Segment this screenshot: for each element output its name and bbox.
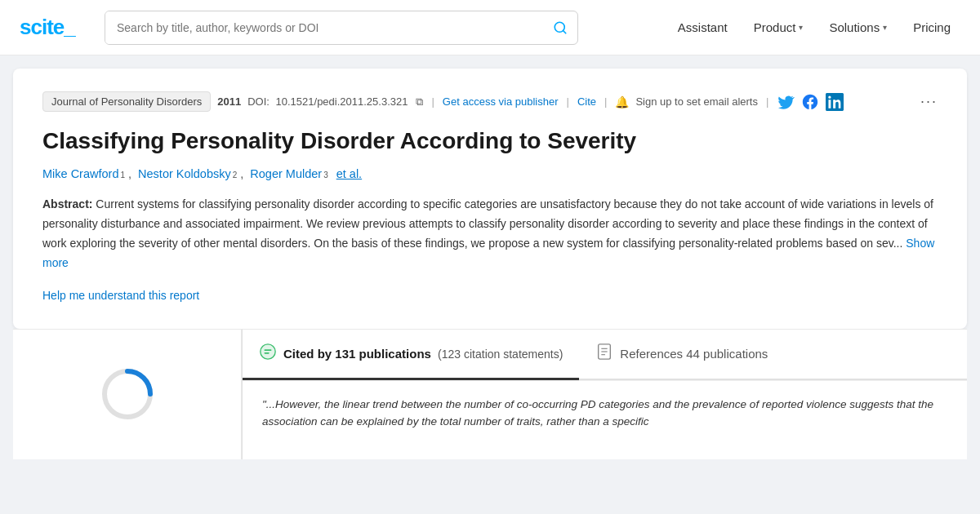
content-area: Journal of Personality Disorders 2011 DO… <box>0 69 980 459</box>
citation-statements: (123 citation statements) <box>438 348 563 361</box>
references-tab[interactable]: References 44 publications <box>579 330 784 380</box>
citations-panel: Cited by 131 publications (123 citation … <box>242 329 967 459</box>
spinner-area <box>13 329 242 459</box>
abstract: Abstract: Current systems for classifyin… <box>42 195 938 273</box>
doi-value: 10.1521/pedi.2011.25.3.321 <box>276 95 408 108</box>
author-2-sup: 2 <box>233 171 238 179</box>
snippet-text: "...However, the linear trend between th… <box>262 398 933 428</box>
article-year: 2011 <box>217 95 241 108</box>
search-button[interactable] <box>543 20 577 35</box>
references-count: 44 <box>686 347 700 361</box>
search-icon <box>553 20 568 35</box>
facebook-icon[interactable] <box>801 93 819 111</box>
authors-list: Mike Crawford1, Nestor Koldobsky2, Roger… <box>42 167 938 180</box>
nav-pricing[interactable]: Pricing <box>903 14 960 41</box>
references-unit: publications <box>703 347 768 361</box>
article-title: Classifying Personality Disorder Accordi… <box>42 126 938 156</box>
article-card: Journal of Personality Disorders 2011 DO… <box>13 69 967 329</box>
cited-unit: publications <box>359 347 431 361</box>
nav-pricing-label: Pricing <box>913 20 951 34</box>
speech-bubble-icon <box>259 343 277 361</box>
author-3-sup: 3 <box>323 171 328 179</box>
abstract-label: Abstract: <box>42 197 92 210</box>
document-icon <box>595 343 613 361</box>
bottom-section: Cited by 131 publications (123 citation … <box>13 329 967 459</box>
author-1-sup: 1 <box>120 171 125 179</box>
nav-assistant[interactable]: Assistant <box>668 14 737 41</box>
alert-label: Sign up to set email alerts <box>635 95 758 108</box>
nav-solutions-label: Solutions <box>829 20 880 34</box>
cited-by-label: Cited by 131 publications (123 citation … <box>283 347 563 361</box>
meta-row: Journal of Personality Disorders 2011 DO… <box>42 91 938 112</box>
logo-text: scite <box>20 15 64 40</box>
abstract-text: Current systems for classifying personal… <box>42 197 933 250</box>
nav-links: Assistant Product ▾ Solutions ▾ Pricing <box>668 14 960 41</box>
loading-spinner <box>99 366 156 423</box>
nav-assistant-label: Assistant <box>678 20 728 34</box>
search-bar <box>105 11 578 45</box>
logo: scite_ <box>20 15 85 40</box>
product-chevron-icon: ▾ <box>799 23 803 32</box>
linkedin-icon[interactable] <box>826 93 844 111</box>
nav-solutions[interactable]: Solutions ▾ <box>819 14 897 41</box>
copy-doi-icon[interactable]: ⧉ <box>416 95 423 109</box>
social-icons <box>777 93 844 111</box>
doi-label: DOI: 10.1521/pedi.2011.25.3.321 <box>247 95 408 108</box>
get-access-link[interactable]: Get access via publisher <box>443 95 559 108</box>
references-label: References 44 publications <box>620 347 768 361</box>
logo-underscore: _ <box>64 15 74 40</box>
cite-link[interactable]: Cite <box>577 95 596 108</box>
bell-icon[interactable]: 🔔 <box>615 95 629 109</box>
author-2-link[interactable]: Nestor Koldobsky <box>138 167 231 180</box>
search-input[interactable] <box>105 11 543 44</box>
navbar: scite_ Assistant Product ▾ Solutions ▾ P… <box>0 0 980 55</box>
nav-product-label: Product <box>754 20 796 34</box>
author-1-link[interactable]: Mike Crawford <box>42 167 118 180</box>
solutions-chevron-icon: ▾ <box>883 23 887 32</box>
citations-tabs: Cited by 131 publications (123 citation … <box>243 330 967 380</box>
cited-by-tab[interactable]: Cited by 131 publications (123 citation … <box>243 330 579 380</box>
help-link[interactable]: Help me understand this report <box>42 289 199 302</box>
twitter-icon[interactable] <box>777 93 795 111</box>
cited-tab-icon <box>259 343 277 365</box>
more-options-button[interactable]: ··· <box>920 93 938 110</box>
cited-count: 131 <box>335 347 355 361</box>
citation-snippet: "...However, the linear trend between th… <box>243 380 967 445</box>
author-3-link[interactable]: Roger Mulder <box>250 167 322 180</box>
svg-line-1 <box>563 30 565 33</box>
references-tab-icon <box>595 343 613 365</box>
et-al-link[interactable]: et al. <box>336 167 362 180</box>
nav-product[interactable]: Product ▾ <box>744 14 813 41</box>
journal-badge: Journal of Personality Disorders <box>42 91 211 112</box>
